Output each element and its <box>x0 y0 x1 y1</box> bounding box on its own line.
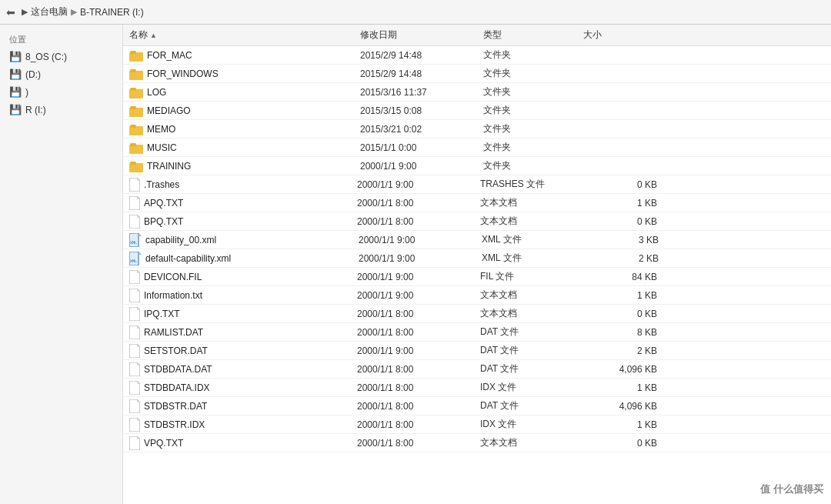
breadcrumb-computer[interactable]: 这台电脑 <box>31 5 68 18</box>
table-row[interactable]: APQ.TXT 2000/1/1 8:00 文本文档 1 KB <box>123 194 831 212</box>
file-name: default-capability.xml <box>145 253 359 264</box>
file-size: 2 KB <box>580 345 657 356</box>
folder-icon <box>129 159 143 173</box>
folder-icon <box>129 67 143 81</box>
sidebar-item-d[interactable]: 💾 (D:) <box>0 66 122 82</box>
col-header-date[interactable]: 修改日期 <box>360 28 483 42</box>
file-list: FOR_MAC 2015/2/9 14:48 文件夹 FOR_WINDOWS 2… <box>123 46 831 504</box>
sidebar-label-c: 8_OS (C:) <box>25 52 67 62</box>
svg-marker-17 <box>137 196 140 199</box>
table-row[interactable]: XML capability_00.xml 2000/1/1 9:00 XML … <box>123 231 831 249</box>
file-size: 0 KB <box>580 216 657 227</box>
breadcrumb-arrow: ▶ <box>22 7 28 17</box>
table-row[interactable]: STDBDATA.DAT 2000/1/1 8:00 DAT 文件 4,096 … <box>123 360 831 379</box>
table-row[interactable]: DEVICON.FIL 2000/1/1 9:00 FIL 文件 84 KB <box>123 268 831 286</box>
svg-marker-15 <box>137 178 140 181</box>
table-row[interactable]: TRAINING 2000/1/1 9:00 文件夹 <box>123 157 831 175</box>
table-row[interactable]: FOR_WINDOWS 2015/2/9 14:48 文件夹 <box>123 65 831 83</box>
table-row[interactable]: RAMLIST.DAT 2000/1/1 8:00 DAT 文件 8 KB <box>123 323 831 342</box>
table-row[interactable]: STDBSTR.DAT 2000/1/1 8:00 DAT 文件 4,096 K… <box>123 397 831 416</box>
table-row[interactable]: VPQ.TXT 2000/1/1 8:00 文本文档 0 KB <box>123 434 831 452</box>
file-date: 2000/1/1 9:00 <box>357 272 480 282</box>
back-arrow[interactable]: ⬅ <box>6 6 15 18</box>
sidebar-item-unnamed[interactable]: 💾 ) <box>0 84 122 100</box>
svg-rect-9 <box>130 125 136 128</box>
table-row[interactable]: STDBSTR.IDX 2000/1/1 8:00 IDX 文件 1 KB <box>123 416 831 434</box>
svg-marker-19 <box>137 215 140 218</box>
col-header-size[interactable]: 大小 <box>583 28 660 42</box>
svg-marker-31 <box>137 289 140 292</box>
svg-marker-37 <box>137 344 140 347</box>
sidebar-label-i: R (I:) <box>25 105 46 115</box>
table-row[interactable]: MEDIAGO 2015/3/15 0:08 文件夹 <box>123 102 831 120</box>
file-icon <box>129 307 140 321</box>
file-name: capability_00.xml <box>145 235 359 245</box>
file-size: 2 KB <box>582 253 659 264</box>
file-name: STDBDATA.IDX <box>144 382 357 393</box>
table-row[interactable]: LOG 2015/3/16 11:37 文件夹 <box>123 83 831 102</box>
file-name: SETSTOR.DAT <box>144 345 357 356</box>
table-row[interactable]: Information.txt 2000/1/1 9:00 文本文档 1 KB <box>123 286 831 305</box>
svg-marker-29 <box>137 270 140 273</box>
file-icon <box>129 399 140 413</box>
file-type: DAT 文件 <box>480 344 580 357</box>
svg-marker-33 <box>137 307 140 310</box>
svg-rect-7 <box>130 106 136 109</box>
svg-rect-3 <box>130 69 136 72</box>
table-row[interactable]: SETSTOR.DAT 2000/1/1 9:00 DAT 文件 2 KB <box>123 342 831 360</box>
file-icon <box>129 344 140 358</box>
file-date: 2000/1/1 9:00 <box>357 345 480 356</box>
file-name: Information.txt <box>144 290 357 301</box>
file-name: FOR_MAC <box>147 50 360 61</box>
xml-icon: XML <box>129 233 142 247</box>
file-type: 文件夹 <box>483 67 583 80</box>
file-name: .Trashes <box>144 179 357 190</box>
svg-rect-13 <box>130 162 136 165</box>
file-type: FIL 文件 <box>480 270 580 283</box>
table-row[interactable]: XML default-capability.xml 2000/1/1 9:00… <box>123 249 831 268</box>
file-size: 0 KB <box>580 179 657 190</box>
file-date: 2000/1/1 8:00 <box>357 382 480 393</box>
file-type: DAT 文件 <box>480 362 580 375</box>
col-header-name[interactable]: 名称 ▲ <box>129 28 360 42</box>
table-row[interactable]: MUSIC 2015/1/1 0:00 文件夹 <box>123 139 831 157</box>
table-row[interactable]: STDBDATA.IDX 2000/1/1 8:00 IDX 文件 1 KB <box>123 379 831 397</box>
file-date: 2015/2/9 14:48 <box>360 50 483 61</box>
table-row[interactable]: IPQ.TXT 2000/1/1 8:00 文本文档 0 KB <box>123 305 831 323</box>
file-type: 文件夹 <box>483 141 583 154</box>
file-date: 2015/1/1 0:00 <box>360 142 483 153</box>
main-area: 位置 💾 8_OS (C:) 💾 (D:) 💾 ) 💾 R (I:) 名称 ▲ … <box>0 25 831 504</box>
table-row[interactable]: MEMO 2015/3/21 0:02 文件夹 <box>123 120 831 139</box>
file-size: 0 KB <box>580 438 657 449</box>
file-date: 2000/1/1 9:00 <box>360 161 483 172</box>
svg-rect-1 <box>130 51 136 54</box>
col-header-type[interactable]: 类型 <box>483 28 583 42</box>
sidebar: 位置 💾 8_OS (C:) 💾 (D:) 💾 ) 💾 R (I:) <box>0 25 123 504</box>
table-row[interactable]: .Trashes 2000/1/1 9:00 TRASHES 文件 0 KB <box>123 175 831 194</box>
watermark: 值 什么值得买 <box>760 482 823 496</box>
file-icon <box>129 178 140 192</box>
file-icon <box>129 215 140 229</box>
file-date: 2000/1/1 9:00 <box>359 253 482 264</box>
file-icon <box>129 362 140 376</box>
folder-icon <box>129 104 143 118</box>
sidebar-item-i[interactable]: 💾 R (I:) <box>0 102 122 118</box>
file-date: 2000/1/1 8:00 <box>357 216 480 227</box>
sidebar-item-c[interactable]: 💾 8_OS (C:) <box>0 48 122 65</box>
file-icon <box>129 436 140 450</box>
table-row[interactable]: BPQ.TXT 2000/1/1 8:00 文本文档 0 KB <box>123 212 831 231</box>
file-icon <box>129 270 140 284</box>
file-size: 8 KB <box>580 327 657 338</box>
file-name: STDBSTR.IDX <box>144 419 357 430</box>
file-type: 文本文档 <box>480 215 580 228</box>
xml-icon: XML <box>129 252 142 265</box>
file-date: 2000/1/1 9:00 <box>357 290 480 301</box>
breadcrumb-drive[interactable]: B-TRAINER (I:) <box>80 7 144 18</box>
file-name: APQ.TXT <box>144 198 357 209</box>
file-icon <box>129 196 140 210</box>
file-type: 文件夹 <box>483 159 583 172</box>
file-date: 2000/1/1 8:00 <box>357 327 480 338</box>
folder-icon <box>129 141 143 155</box>
table-row[interactable]: FOR_MAC 2015/2/9 14:48 文件夹 <box>123 46 831 65</box>
file-date: 2000/1/1 9:00 <box>357 179 480 190</box>
